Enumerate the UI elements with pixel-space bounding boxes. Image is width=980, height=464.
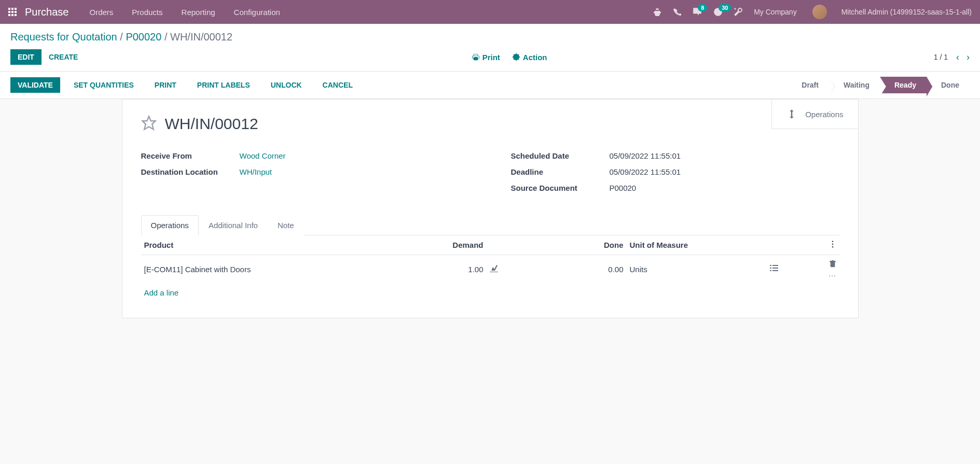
svg-rect-8 (770, 270, 771, 271)
breadcrumb-bar: Requests for Quotation / P00020 / WH/IN/… (0, 24, 980, 43)
add-line-row[interactable]: Add a line (141, 283, 839, 302)
th-product[interactable]: Product (141, 235, 414, 255)
username[interactable]: Mitchell Admin (14999152-saas-15-1-all) (841, 8, 972, 16)
toolbar: Validate Set Quantities Print Print Labe… (0, 72, 980, 99)
receive-from-value[interactable]: Wood Corner (240, 151, 286, 160)
th-demand[interactable]: Demand (414, 235, 487, 255)
status-ready[interactable]: Ready (880, 77, 927, 93)
deadline-value: 05/09/2022 11:55:01 (610, 167, 681, 176)
edit-button[interactable]: Edit (10, 49, 42, 65)
avatar[interactable] (812, 5, 827, 19)
tab-additional[interactable]: Additional Info (199, 215, 268, 235)
receive-from-label: Receive From (141, 151, 240, 160)
kebab-icon (829, 241, 836, 248)
status-done[interactable]: Done (927, 77, 970, 93)
cell-uom: Units (627, 255, 767, 284)
nav-item-configuration[interactable]: Configuration (234, 8, 280, 17)
print-button[interactable]: Print (472, 53, 500, 62)
svg-rect-6 (770, 268, 771, 269)
breadcrumb: Requests for Quotation / P00020 / WH/IN/… (10, 31, 232, 43)
top-nav: Purchase Orders Products Reporting Confi… (0, 0, 980, 24)
cancel-button[interactable]: Cancel (315, 77, 360, 93)
chat-icon[interactable]: 8 (693, 7, 702, 17)
nav-item-products[interactable]: Products (132, 8, 162, 17)
deadline-label: Deadline (511, 167, 610, 176)
status-waiting[interactable]: Waiting (829, 77, 880, 93)
breadcrumb-root[interactable]: Requests for Quotation (10, 31, 117, 43)
status-draft[interactable]: Draft (787, 77, 829, 93)
svg-rect-9 (772, 270, 778, 271)
tab-note[interactable]: Note (268, 215, 304, 235)
tabs: Operations Additional Info Note (141, 215, 839, 235)
app-name[interactable]: Purchase (25, 6, 69, 18)
pager-prev[interactable]: ‹ (956, 52, 959, 63)
actions-bar: Edit Create Print Action 1 / 1 ‹ › (0, 43, 980, 72)
nav-item-orders[interactable]: Orders (90, 8, 114, 17)
form-sheet: Operations WH/IN/00012 Receive From Wood… (122, 99, 859, 318)
print-icon (472, 53, 479, 61)
svg-point-3 (832, 246, 833, 248)
gear-icon (513, 53, 520, 61)
dest-value[interactable]: WH/Input (240, 167, 272, 176)
scheduled-value: 05/09/2022 11:55:01 (610, 151, 681, 160)
add-line-link[interactable]: Add a line (141, 283, 839, 302)
tab-operations[interactable]: Operations (141, 215, 199, 235)
scheduled-label: Scheduled Date (511, 151, 610, 160)
pager[interactable]: 1 / 1 (934, 53, 948, 61)
svg-point-2 (832, 244, 833, 245)
company-switcher[interactable]: My Company (754, 8, 796, 16)
source-value: P00020 (610, 184, 637, 192)
dest-label: Destination Location (141, 167, 240, 176)
svg-rect-4 (770, 265, 771, 266)
source-label: Source Document (511, 184, 610, 192)
create-button[interactable]: Create (42, 49, 86, 65)
delete-icon[interactable]: … (829, 260, 836, 278)
star-icon[interactable] (141, 115, 157, 133)
apps-icon[interactable] (8, 8, 17, 16)
chat-badge: 8 (698, 4, 707, 11)
bug-icon[interactable] (653, 8, 661, 16)
detail-icon[interactable] (770, 265, 778, 274)
cell-product: [E-COM11] Cabinet with Doors (141, 255, 414, 284)
action-button[interactable]: Action (513, 53, 547, 62)
nav-menu: Orders Products Reporting Configuration (90, 8, 654, 17)
cell-done: 0.00 (513, 255, 627, 284)
forecast-icon[interactable] (490, 265, 498, 274)
status-bar: Draft Waiting Ready Done (787, 77, 970, 93)
svg-marker-0 (142, 117, 155, 130)
phone-icon[interactable] (673, 8, 681, 16)
table-row[interactable]: [E-COM11] Cabinet with Doors 1.00 0.00 U… (141, 255, 839, 284)
cell-demand: 1.00 (414, 255, 487, 284)
th-uom[interactable]: Unit of Measure (627, 235, 767, 255)
breadcrumb-current: WH/IN/00012 (170, 31, 232, 43)
clock-icon[interactable]: 30 (713, 7, 723, 17)
validate-button[interactable]: Validate (10, 77, 60, 93)
nav-right: 8 30 My Company Mitchell Admin (14999152… (653, 5, 972, 19)
th-options[interactable] (819, 235, 839, 255)
svg-point-1 (832, 241, 833, 242)
double-arrow-icon (786, 108, 797, 120)
tools-icon[interactable] (734, 8, 742, 16)
operations-table: Product Demand Done Unit of Measure [E-C… (141, 235, 839, 302)
unlock-button[interactable]: Unlock (264, 77, 309, 93)
clock-badge: 30 (719, 4, 731, 11)
print2-button[interactable]: Print (147, 77, 184, 93)
svg-rect-5 (772, 265, 778, 266)
th-done[interactable]: Done (513, 235, 627, 255)
breadcrumb-parent[interactable]: P00020 (126, 31, 161, 43)
print-labels-button[interactable]: Print Labels (190, 77, 257, 93)
doc-title: WH/IN/00012 (165, 115, 258, 133)
nav-item-reporting[interactable]: Reporting (182, 8, 215, 17)
stat-operations[interactable]: Operations (771, 99, 858, 129)
set-quantities-button[interactable]: Set Quantities (66, 77, 141, 93)
pager-next[interactable]: › (967, 52, 970, 63)
svg-rect-7 (772, 268, 778, 269)
